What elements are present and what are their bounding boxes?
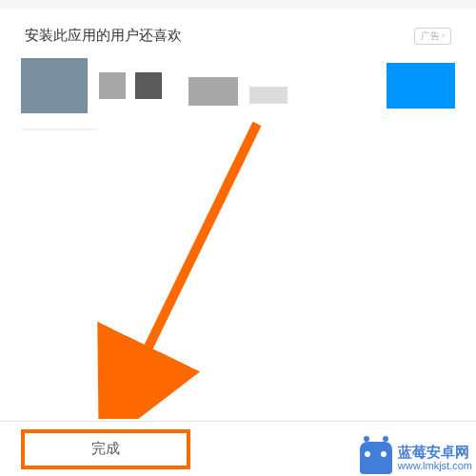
watermark-url: www.lmkjst.com [398,460,472,472]
watermark: 蓝莓安卓网 www.lmkjst.com [360,442,472,474]
recommendations-header: 安装此应用的用户还喜欢 广告 › [0,10,476,58]
done-button-label: 完成 [91,440,120,458]
app-icon-1[interactable] [21,58,88,113]
section-title: 安装此应用的用户还喜欢 [25,27,182,45]
app-icon-4[interactable] [249,87,288,104]
chevron-right-icon: › [442,31,445,40]
app-icon-2[interactable] [99,72,162,99]
recommended-apps-row [0,58,476,129]
ad-label: 广告 [421,30,440,43]
svg-line-1 [124,124,257,398]
pixelated-block [135,72,162,99]
android-robot-icon [360,442,392,474]
pixelated-block [99,72,126,99]
watermark-title: 蓝莓安卓网 [398,444,472,460]
done-button[interactable]: 完成 [21,429,190,469]
app-icon-3[interactable] [188,77,238,106]
annotation-arrow [95,114,305,419]
app-icon-5[interactable] [387,63,455,109]
underline [21,129,97,130]
top-divider [0,0,476,10]
ad-badge[interactable]: 广告 › [414,28,451,45]
